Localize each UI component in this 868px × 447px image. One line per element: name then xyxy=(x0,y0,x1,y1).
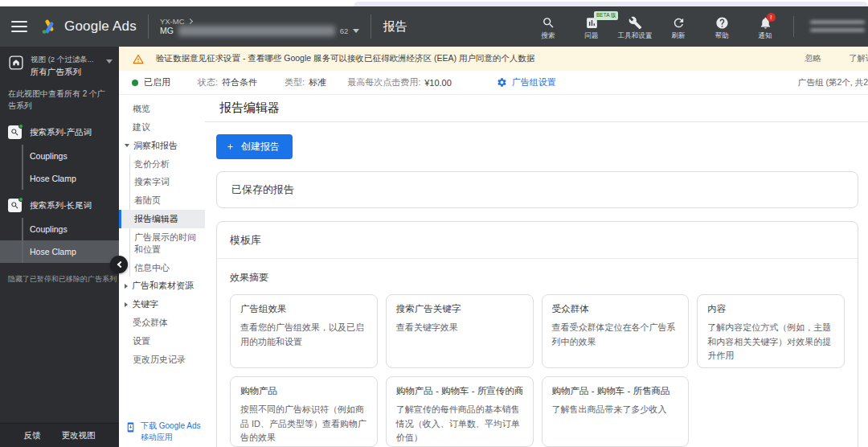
performance-summary-title: 效果摘要 xyxy=(230,271,845,285)
type-value: 标准 xyxy=(309,76,326,88)
feedback-link[interactable]: 反馈 xyxy=(24,430,41,441)
search-campaign-icon xyxy=(8,199,22,212)
template-shopping-cart-advertised[interactable]: 购物产品 - 购物车 - 所宣传的商品 了解宣传的每件商品的基本销售情况（收入、… xyxy=(386,376,534,447)
content-title: 报告编辑器 xyxy=(219,100,280,116)
view-subtitle: 所有广告系列 xyxy=(31,67,94,78)
campaign-group-1[interactable]: 搜索系列-产品词 xyxy=(0,120,119,145)
issues-button[interactable]: BETA 版 问题 xyxy=(571,16,612,39)
view-note: 在此视图中查看所有 2 个广告系列 xyxy=(0,80,119,117)
chevron-right-icon xyxy=(186,18,192,24)
notifications-button[interactable]: ! 通知 xyxy=(745,16,785,39)
nav-item-dashboards[interactable]: 信息中心 xyxy=(119,259,205,277)
status-label: 状态: xyxy=(198,76,218,88)
section-nav: 概览 建议 洞察和报告 竞价分析 搜索字词 着陆页 报告编辑器 广告展示的时间和… xyxy=(119,95,205,447)
banner-message: 验证数据意见征求设置 - 查看哪些 Google 服务可以接收已征得欧洲经济区 … xyxy=(156,53,534,64)
wrench-icon xyxy=(628,16,642,30)
chevron-down-icon xyxy=(106,59,113,64)
template-ad-group-performance[interactable]: 广告组效果 查看您的广告组效果，以及已启用的功能和设置 xyxy=(230,294,378,368)
content-header: 报告编辑器 xyxy=(205,95,868,122)
redacted-user-info xyxy=(805,14,868,39)
redacted-account-info xyxy=(178,26,335,36)
nav-item-landing-pages[interactable]: 着陆页 xyxy=(119,191,205,210)
template-library-title: 模板库 xyxy=(230,233,845,248)
chevron-left-icon xyxy=(117,261,123,268)
hidden-campaigns-note: 隐藏了已暂停和已移除的广告系列 xyxy=(0,274,119,285)
help-button[interactable]: 帮助 xyxy=(702,16,742,39)
nav-item-audiences[interactable]: 受众群体 xyxy=(119,314,205,332)
template-audiences[interactable]: 受众群体 查看受众群体定位在各个广告系列中的效果 xyxy=(542,294,690,368)
refresh-icon xyxy=(672,16,686,30)
create-report-button[interactable]: 创建报告 xyxy=(216,134,293,159)
view-selector[interactable]: 视图 (2 个过滤条... 所有广告系列 xyxy=(0,47,119,80)
template-library-card: 模板库 效果摘要 广告组效果 查看您的广告组效果，以及已启用的功能和设置 搜索广… xyxy=(216,221,858,447)
enabled-status-dot xyxy=(132,80,138,86)
nav-item-overview[interactable]: 概览 xyxy=(119,100,205,118)
campaign-sidebar: 视图 (2 个过滤条... 所有广告系列 在此视图中查看所有 2 个广告系列 搜… xyxy=(0,47,119,447)
tools-settings-button[interactable]: 工具和设置 xyxy=(615,16,655,39)
enabled-label[interactable]: 已启用 xyxy=(144,76,170,88)
nav-item-settings[interactable]: 设置 xyxy=(119,332,205,351)
search-button[interactable]: 搜索 xyxy=(528,16,568,39)
mobile-app-icon xyxy=(125,420,136,434)
notification-badge: ! xyxy=(767,13,776,22)
collapse-sidebar-button[interactable] xyxy=(110,256,128,273)
download-app-link[interactable]: 下载 Google Ads 移动应用 xyxy=(125,420,203,442)
plus-icon xyxy=(226,142,235,151)
divider xyxy=(217,258,858,259)
template-shopping-cart-sold[interactable]: 购物产品 - 购物车 - 所售商品 了解售出商品带来了多少收入 xyxy=(542,376,690,447)
brand-logo[interactable]: Google Ads xyxy=(40,18,137,35)
nav-item-recommendations[interactable]: 建议 xyxy=(119,118,205,137)
top-app-bar: Google Ads YX-MC MG 62 报告 xyxy=(0,6,868,47)
enabled-status-dot xyxy=(18,124,23,129)
ad-group-item-selected[interactable]: Hose Clamp xyxy=(0,240,119,263)
template-shopping-products[interactable]: 购物产品 按照不同的广告标识符（例如商品 ID、产品类型等）查看购物广告的效果 xyxy=(230,376,378,447)
learn-more-link[interactable]: 了解详情 xyxy=(849,53,868,64)
topbar-actions: 搜索 BETA 版 问题 工具和设置 刷新 帮助 ! 通知 xyxy=(528,13,785,39)
saved-reports-card[interactable]: 已保存的报告 xyxy=(216,171,858,208)
nav-item-ads-assets[interactable]: 广告和素材资源 xyxy=(119,277,205,295)
view-title: 视图 (2 个过滤条... xyxy=(31,55,94,65)
ad-group-settings-button[interactable]: 广告组设置 xyxy=(497,76,556,88)
nav-item-change-history[interactable]: 更改历史记录 xyxy=(119,351,205,369)
sidebar-footer: 反馈 更改视图 xyxy=(0,423,119,447)
max-cpc-label: 最高每次点击费用: xyxy=(347,76,420,88)
google-ads-logo-icon xyxy=(40,18,58,35)
type-label: 类型: xyxy=(285,76,305,88)
nav-item-auction-insights[interactable]: 竞价分析 xyxy=(119,155,205,174)
ad-group-pager[interactable]: 广告组 (第2个, 共2 xyxy=(798,77,868,88)
gear-icon xyxy=(497,77,507,88)
campaign-group-2[interactable]: 搜索系列-长尾词 xyxy=(0,193,119,218)
help-icon xyxy=(715,16,729,30)
account-name-bottom: MG xyxy=(160,26,174,36)
refresh-button[interactable]: 刷新 xyxy=(658,16,698,39)
menu-icon[interactable] xyxy=(11,21,27,32)
nav-item-when-where-ads[interactable]: 广告展示的时间和位置 xyxy=(119,228,205,259)
search-campaign-icon xyxy=(8,125,22,139)
dismiss-link[interactable]: 忽略 xyxy=(805,53,821,64)
ad-group-item[interactable]: Couplings xyxy=(0,218,119,240)
chevron-down-icon xyxy=(353,29,359,33)
divider xyxy=(793,16,794,37)
ad-group-item[interactable]: Hose Clamp xyxy=(0,167,119,190)
saved-reports-title: 已保存的报告 xyxy=(231,182,843,197)
status-value: 符合条件 xyxy=(222,76,257,88)
nav-item-insights-reports[interactable]: 洞察和报告 xyxy=(119,137,205,155)
max-cpc-value: ¥10.00 xyxy=(424,78,452,88)
chevron-right-icon xyxy=(125,284,128,289)
nav-item-keywords[interactable]: 关键字 xyxy=(119,295,205,314)
nav-item-report-editor[interactable]: 报告编辑器 xyxy=(119,210,205,228)
divider xyxy=(371,14,371,39)
template-content[interactable]: 内容 了解内容定位方式（例如，主题和内容相关关键字）对效果的提升作用 xyxy=(697,294,845,368)
account-id-suffix: 62 xyxy=(340,27,349,36)
home-icon xyxy=(8,55,24,71)
change-view-link[interactable]: 更改视图 xyxy=(62,430,96,441)
ad-group-item[interactable]: Couplings xyxy=(0,145,119,167)
ad-group-status-bar: 已启用 状态: 符合条件 类型: 标准 最高每次点击费用: ¥10.00 广告组… xyxy=(119,71,868,95)
nav-item-search-terms[interactable]: 搜索字词 xyxy=(119,173,205,191)
browser-edge xyxy=(0,0,868,6)
account-switcher[interactable]: YX-MC MG 62 xyxy=(160,17,360,37)
warning-icon xyxy=(132,53,145,65)
template-grid: 广告组效果 查看您的广告组效果，以及已启用的功能和设置 搜索广告关键字 查看关键… xyxy=(230,294,845,447)
template-search-keywords[interactable]: 搜索广告关键字 查看关键字效果 xyxy=(386,294,534,368)
brand-name: Google Ads xyxy=(64,18,137,35)
